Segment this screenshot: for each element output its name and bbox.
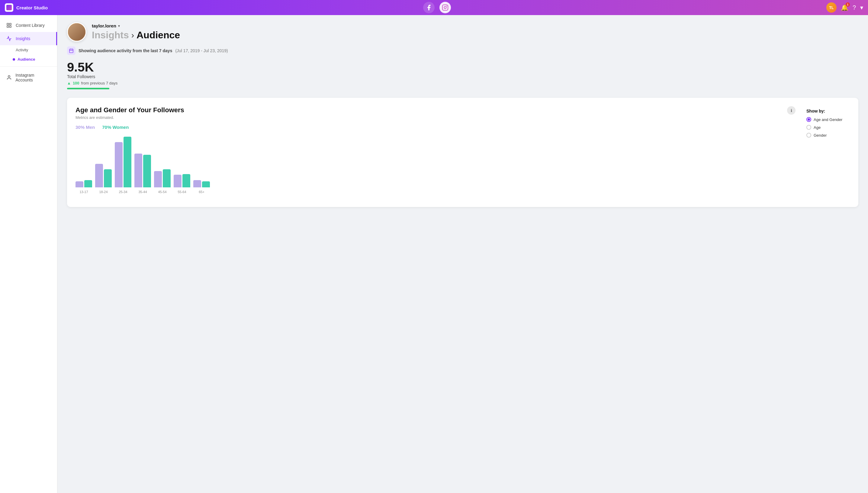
radio-label-gender: Gender bbox=[814, 133, 827, 137]
men-bar-13-17 bbox=[76, 181, 83, 187]
notifications-button[interactable]: 🔔 1 bbox=[841, 4, 848, 11]
radio-age[interactable]: Age bbox=[806, 125, 845, 130]
user-avatar[interactable]: TL bbox=[826, 2, 836, 13]
main-content: taylor.loren ▾ Insights › Audience Showi… bbox=[57, 15, 868, 493]
sidebar-divider bbox=[0, 66, 57, 67]
calendar-icon bbox=[67, 46, 76, 55]
topnav-left: Creator Studio bbox=[5, 3, 48, 12]
audience-label: Audience bbox=[18, 57, 35, 62]
sidebar-item-instagram-accounts[interactable]: Instagram Accounts bbox=[0, 69, 57, 86]
radio-circle-gender bbox=[806, 133, 811, 137]
chart-header-row: Age and Gender of Your Followers Metrics… bbox=[76, 106, 795, 125]
username-dropdown-icon[interactable]: ▾ bbox=[118, 24, 120, 28]
dropdown-icon[interactable]: ▾ bbox=[860, 4, 863, 11]
bar-group-18-24: 18-24 bbox=[95, 164, 112, 194]
bar-group-13-17: 13-17 bbox=[76, 180, 92, 194]
women-bar-35-44 bbox=[143, 155, 151, 187]
sidebar-sub-activity[interactable]: Activity bbox=[0, 45, 57, 55]
followers-section: 9.5K Total Followers ▲ 100 from previous… bbox=[67, 61, 858, 89]
svg-rect-6 bbox=[10, 26, 11, 27]
top-navigation: Creator Studio TL 🔔 1 ? ▾ bbox=[0, 0, 868, 15]
profile-avatar bbox=[67, 22, 86, 42]
bar-pair-35-44 bbox=[135, 154, 151, 187]
svg-point-7 bbox=[8, 76, 10, 77]
women-bar-65+ bbox=[202, 181, 210, 187]
chart-title-group: Age and Gender of Your Followers Metrics… bbox=[76, 106, 184, 125]
women-bar-55-64 bbox=[182, 174, 190, 187]
radio-age-gender[interactable]: Age and Gender bbox=[806, 117, 845, 122]
radio-options: Age and GenderAgeGender bbox=[806, 117, 845, 137]
app-title: Creator Studio bbox=[16, 5, 48, 10]
age-gender-bar-chart: 13-1718-2425-3435-4445-5455-6465+ bbox=[76, 134, 795, 201]
women-bar-18-24 bbox=[104, 169, 112, 187]
chart-main: Age and Gender of Your Followers Metrics… bbox=[76, 106, 795, 201]
bar-group-65+: 65+ bbox=[193, 180, 210, 194]
insights-icon bbox=[6, 36, 12, 42]
followers-progress-bar bbox=[67, 88, 109, 89]
radio-gender[interactable]: Gender bbox=[806, 133, 845, 137]
date-banner-text: Showing audience activity from the last … bbox=[79, 48, 172, 53]
svg-point-1 bbox=[444, 6, 446, 8]
change-amount: 100 bbox=[73, 81, 79, 85]
men-bar-25-34 bbox=[115, 142, 123, 187]
bar-label-65+: 65+ bbox=[199, 190, 204, 194]
instagram-accounts-icon bbox=[6, 74, 12, 81]
radio-label-age: Age bbox=[814, 125, 821, 130]
svg-point-2 bbox=[447, 6, 447, 6]
women-bar-45-54 bbox=[163, 169, 170, 187]
notification-badge: 1 bbox=[846, 2, 850, 7]
chart-info-button[interactable]: ℹ bbox=[787, 106, 795, 115]
radio-label-age-gender: Age and Gender bbox=[814, 117, 842, 122]
svg-rect-3 bbox=[7, 23, 8, 25]
radio-circle-age bbox=[806, 125, 811, 130]
bar-label-45-54: 45-54 bbox=[158, 190, 166, 194]
chart-subtitle: Metrics are estimated. bbox=[76, 115, 184, 120]
gender-legend: 30% Men 70% Women bbox=[76, 125, 795, 130]
sidebar: Content Library Insights Activity Audien… bbox=[0, 15, 57, 493]
bar-label-18-24: 18-24 bbox=[99, 190, 107, 194]
radio-circle-age-gender bbox=[806, 117, 811, 122]
platform-switcher bbox=[423, 2, 451, 13]
svg-rect-8 bbox=[69, 49, 73, 53]
insights-label: Insights bbox=[16, 36, 30, 41]
header-text: taylor.loren ▾ Insights › Audience bbox=[92, 23, 180, 41]
bar-label-55-64: 55-64 bbox=[178, 190, 186, 194]
bar-pair-18-24 bbox=[95, 164, 112, 187]
audience-dot bbox=[13, 58, 15, 61]
bar-group-55-64: 55-64 bbox=[174, 174, 190, 194]
bar-pair-65+ bbox=[193, 180, 210, 187]
bar-label-25-34: 25-34 bbox=[119, 190, 127, 194]
app-logo bbox=[5, 3, 13, 12]
page-header: taylor.loren ▾ Insights › Audience bbox=[67, 22, 858, 42]
women-bar-13-17 bbox=[84, 180, 92, 187]
sidebar-item-insights[interactable]: Insights bbox=[0, 32, 57, 45]
followers-change: ▲ 100 from previous 7 days bbox=[67, 81, 858, 85]
facebook-platform-btn[interactable] bbox=[423, 2, 435, 13]
chart-card: Age and Gender of Your Followers Metrics… bbox=[67, 98, 858, 207]
topnav-right: TL 🔔 1 ? ▾ bbox=[826, 2, 863, 13]
followers-count: 9.5K bbox=[67, 61, 858, 73]
username: taylor.loren bbox=[92, 23, 116, 28]
breadcrumb-insights[interactable]: Insights bbox=[92, 29, 129, 41]
breadcrumb: Insights › Audience bbox=[92, 29, 180, 41]
help-icon[interactable]: ? bbox=[853, 4, 856, 11]
svg-rect-4 bbox=[10, 23, 11, 25]
sidebar-sub-audience[interactable]: Audience bbox=[0, 55, 57, 64]
women-percentage: 70% Women bbox=[102, 125, 129, 130]
men-bar-55-64 bbox=[174, 175, 182, 187]
men-bar-18-24 bbox=[95, 164, 103, 187]
men-bar-45-54 bbox=[154, 171, 162, 187]
chart-title: Age and Gender of Your Followers bbox=[76, 106, 184, 114]
date-banner-range: (Jul 17, 2019 - Jul 23, 2019) bbox=[175, 48, 228, 53]
instagram-accounts-label: Instagram Accounts bbox=[15, 73, 51, 82]
instagram-platform-btn[interactable] bbox=[440, 2, 451, 13]
bar-pair-55-64 bbox=[174, 174, 190, 187]
bar-group-25-34: 25-34 bbox=[115, 137, 132, 194]
bar-pair-25-34 bbox=[115, 137, 132, 187]
change-arrow-icon: ▲ bbox=[67, 81, 71, 85]
date-banner: Showing audience activity from the last … bbox=[67, 46, 858, 55]
sidebar-item-content-library[interactable]: Content Library bbox=[0, 19, 57, 32]
content-library-label: Content Library bbox=[16, 23, 45, 28]
svg-rect-5 bbox=[7, 26, 8, 27]
men-percentage: 30% Men bbox=[76, 125, 95, 130]
